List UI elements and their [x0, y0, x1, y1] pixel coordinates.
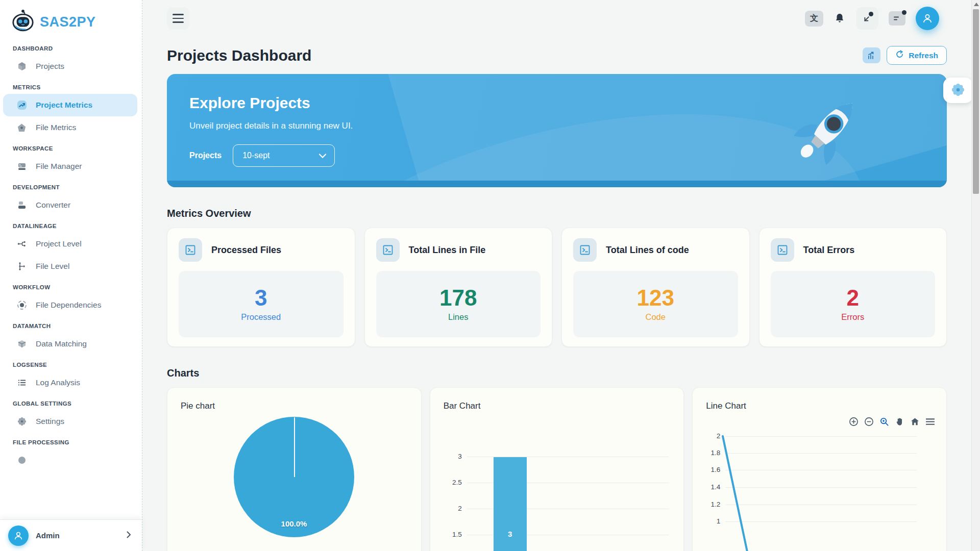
explore-banner: Explore Projects Unveil project details …: [167, 74, 947, 187]
sidebar: SAS2PY DASHBOARD Projects METRICS Projec…: [0, 0, 142, 551]
line-chart-card: Line Chart: [692, 387, 947, 551]
rocket-illustration: [783, 88, 870, 175]
sidebar-item-label: Data Matching: [36, 339, 87, 348]
pie-chart-card: Pie chart 100.0%: [167, 387, 422, 551]
circle-icon: [17, 455, 27, 465]
sidebar-item-project-metrics[interactable]: Project Metrics: [3, 94, 137, 116]
section-title-global-settings: GLOBAL SETTINGS: [13, 400, 142, 407]
bar-ytick: 2.5: [442, 479, 462, 486]
content: Projects Dashboard Refresh Explor: [142, 46, 980, 551]
metric-card-title: Total Lines in File: [409, 245, 486, 256]
sidebar-item-file-metrics[interactable]: File Metrics: [3, 116, 137, 139]
bar-chart-card: Bar Chart 3 2.5 2 1.5 3 Values: [430, 387, 684, 551]
theme-settings-fab[interactable]: [943, 78, 973, 103]
metric-card-title: Total Errors: [803, 245, 855, 256]
gear-icon: [17, 416, 27, 427]
section-title-datalineage: DATALINEAGE: [13, 223, 142, 229]
metrics-heading: Metrics Overview: [167, 208, 947, 219]
scrollbar-up-arrow[interactable]: [974, 3, 979, 6]
pie-slice-seam: [294, 417, 295, 477]
terminal-icon: [771, 238, 794, 262]
page-header: Projects Dashboard Refresh: [167, 46, 947, 65]
admin-avatar: [8, 525, 29, 546]
branch-nodes-icon: [17, 239, 27, 249]
sidebar-item-data-matching[interactable]: Data Matching: [3, 333, 137, 355]
target-icon: [17, 300, 27, 310]
admin-footer[interactable]: Admin: [0, 519, 142, 551]
metric-value: 2: [847, 287, 859, 309]
sidebar-item-file-manager[interactable]: File Manager: [3, 155, 137, 178]
metric-card-value-panel: 178 Lines: [376, 271, 541, 337]
sidebar-item-label: Converter: [36, 201, 70, 210]
bar-chart-title: Bar Chart: [430, 388, 684, 411]
metric-card-title: Processed Files: [211, 245, 281, 256]
sidebar-item-converter[interactable]: Converter: [3, 194, 137, 216]
hard-drive-icon: [17, 161, 27, 171]
sidebar-item-partially-hidden[interactable]: [3, 449, 137, 471]
section-title-metrics: METRICS: [13, 84, 142, 90]
sidebar-item-label: Settings: [36, 417, 64, 426]
gear-icon: [951, 83, 965, 98]
bar-y-axis-label: Values: [445, 536, 453, 551]
brand-logo: SAS2PY: [0, 0, 142, 36]
metric-cards: Processed Files 3 Processed Total Lines …: [167, 228, 947, 347]
sidebar-nav: DASHBOARD Projects METRICS Project Metri…: [0, 36, 142, 471]
scrollbar-thumb[interactable]: [973, 9, 979, 194]
section-title-datamatch: DATAMATCH: [13, 323, 142, 329]
sidebar-item-file-level[interactable]: File Level: [3, 255, 137, 278]
metric-label: Lines: [448, 312, 468, 322]
metric-card-title: Total Lines of code: [606, 245, 689, 256]
terminal-icon: [376, 238, 400, 262]
sidebar-toggle-button[interactable]: [167, 7, 189, 30]
section-title-logsense: LOGSENSE: [13, 362, 142, 368]
app-root: SAS2PY DASHBOARD Projects METRICS Projec…: [0, 0, 980, 551]
refresh-icon: [895, 50, 904, 61]
cube-icon: [17, 61, 27, 71]
terminal-icon: [573, 238, 597, 262]
box-3d-icon: [17, 339, 27, 349]
sidebar-item-file-dependencies[interactable]: File Dependencies: [3, 294, 137, 316]
sidebar-item-label: File Dependencies: [36, 300, 101, 310]
bar-value-label: 3: [494, 530, 527, 538]
terminal-icon: [179, 238, 202, 262]
line-series: [693, 388, 947, 551]
refresh-button[interactable]: Refresh: [887, 46, 947, 65]
sidebar-item-project-level[interactable]: Project Level: [3, 233, 137, 255]
page-title: Projects Dashboard: [167, 47, 311, 64]
sidebar-item-label: Project Level: [36, 239, 82, 248]
metric-value: 3: [255, 287, 267, 309]
sidebar-item-label: File Manager: [36, 162, 82, 171]
brand-name: SAS2PY: [40, 14, 96, 30]
chart-cards: Pie chart 100.0% Bar Chart 3 2.5 2 1.5: [167, 387, 947, 551]
chart-shortcut-button[interactable]: [863, 47, 880, 63]
topbar-icons: 文: [805, 7, 939, 30]
user-avatar[interactable]: [916, 7, 939, 30]
converter-icon: [17, 200, 27, 210]
section-title-development: DEVELOPMENT: [13, 184, 142, 190]
section-title-dashboard: DASHBOARD: [13, 45, 142, 52]
metric-card-total-lines-of-code: Total Lines of code 123 Code: [561, 228, 750, 347]
section-title-workspace: WORKSPACE: [13, 145, 142, 152]
metric-label: Code: [646, 312, 666, 322]
sidebar-item-projects[interactable]: Projects: [3, 55, 137, 78]
metric-card-value-panel: 2 Errors: [771, 271, 936, 337]
bar-ytick: 2: [442, 505, 462, 512]
page-scrollbar[interactable]: [971, 0, 980, 551]
changelog-icon[interactable]: [889, 11, 905, 26]
project-select[interactable]: 10-sept: [233, 144, 335, 167]
section-title-workflow: WORKFLOW: [13, 284, 142, 290]
sidebar-item-log-analysis[interactable]: Log Analysis: [3, 371, 137, 394]
sidebar-item-label: Projects: [36, 62, 64, 71]
metric-value: 123: [637, 287, 674, 309]
sidebar-item-settings[interactable]: Settings: [3, 410, 137, 433]
chevron-down-icon: [319, 151, 326, 160]
notifications-bell-icon[interactable]: [834, 12, 846, 24]
metric-card-total-errors: Total Errors 2 Errors: [759, 228, 947, 347]
sidebar-item-label: File Metrics: [36, 123, 76, 132]
collapse-window-icon[interactable]: [856, 7, 878, 30]
metric-card-value-panel: 3 Processed: [179, 271, 344, 337]
list-icon: [17, 378, 27, 388]
shield-icon: [17, 122, 27, 133]
language-icon[interactable]: 文: [805, 11, 823, 27]
metric-card-total-lines-in-file: Total Lines in File 178 Lines: [364, 228, 553, 347]
